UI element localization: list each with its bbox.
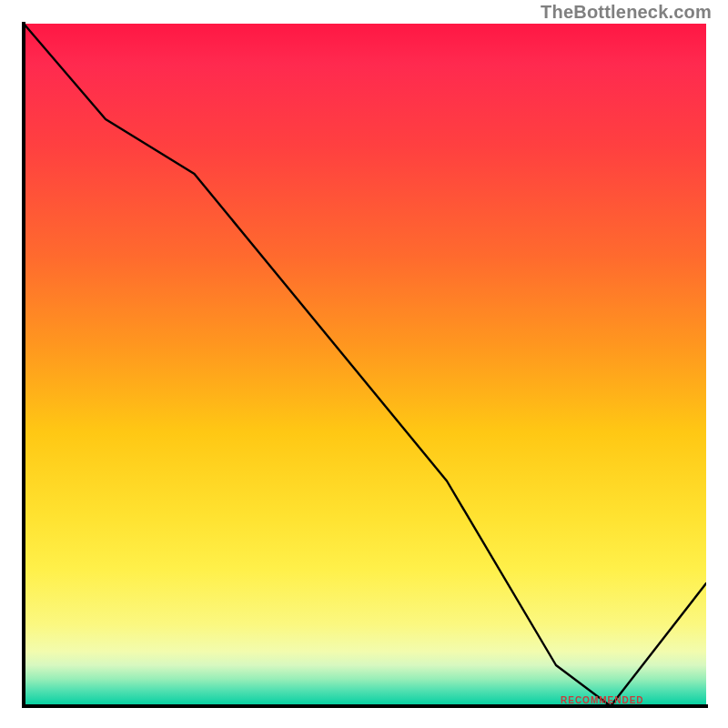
bottleneck-curve	[24, 24, 706, 706]
y-axis	[22, 22, 25, 708]
x-axis	[22, 704, 708, 708]
watermark-text: TheBottleneck.com	[541, 2, 712, 23]
